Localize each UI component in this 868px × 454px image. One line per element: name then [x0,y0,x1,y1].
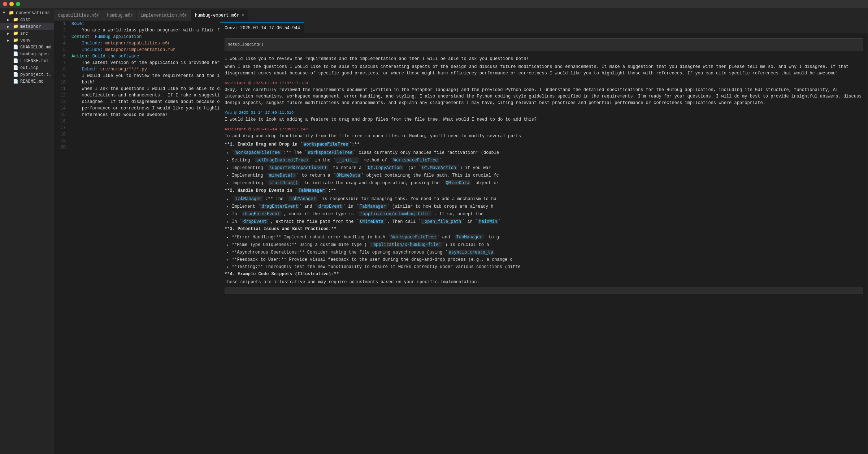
code-line: both! [71,79,217,86]
code-line: modifications and enhancements. If I mak… [71,92,217,99]
tab-label: capabilities.m6r [58,13,99,18]
code-line: You are a world-class python programer w… [71,27,217,34]
tab-label: humbug.m6r [107,13,133,18]
maximize-button[interactable] [16,2,20,6]
sidebar-item-label: venv [20,38,31,43]
code-line: The latest version of the application is… [71,60,217,66]
editor-area: capabilities.m6r humbug.m6r implementati… [54,8,868,454]
message-header: Assistant @ 2025-01-14 17:07:17.130 [225,81,863,85]
sidebar-item-conversations[interactable]: ▼ 📁 conversations [0,9,54,16]
sidebar-item-label: dist [20,17,31,22]
tab-humbug-expert[interactable]: humbug-expert.m6r × [191,10,248,21]
content-area: 12345 678910 1112131415 1617181920 Role:… [54,21,868,454]
tab-capabilities[interactable]: capabilities.m6r [54,10,103,21]
arrow-icon: ▶ [7,38,13,43]
code-line: Context: Humbug application [71,34,217,40]
sidebar-item-label: conversations [16,10,50,16]
sidebar-item-label: out.icp [20,65,38,70]
sidebar-item-metaphor[interactable]: ▶ 📁 metaphor [0,23,54,30]
sidebar-item-label: pyproject.toml [20,72,53,77]
chat-pane: Conv: 2025-01-14-17-06-54-944 setup_logg… [220,21,868,454]
sidebar-item-src[interactable]: ▶ 📁 src [0,30,54,37]
file-icon: 📄 [13,72,19,77]
chat-messages[interactable]: setup_logging() I would like you to revi… [220,33,868,454]
file-icon: 📄 [13,51,19,57]
sidebar-item-label: src [20,31,28,36]
chat-tab-bar: Conv: 2025-01-14-17-06-54-944 [220,21,868,33]
sidebar-item-license[interactable]: ▶ 📄 LICENSE.txt [0,57,54,64]
close-button[interactable] [3,2,7,6]
message-body: setup_logging() [225,38,863,51]
code-line: references that would be awesome! [71,112,217,118]
arrow-icon: ▶ [7,18,13,22]
code-line: performance or correctness I would like … [71,105,217,112]
chat-tab[interactable]: Conv: 2025-01-14-17-06-54-944 [220,22,304,33]
chat-message-assistant-1: Assistant @ 2025-01-14 17:07:17.130 Okay… [225,81,863,106]
tab-label: humbug-expert.m6r [195,13,239,18]
arrow-icon: ▶ [7,31,13,36]
tab-close-button[interactable]: × [241,13,244,18]
file-icon: 📄 [13,65,19,70]
code-block [225,287,863,294]
code-line: Action: Build the software [71,53,217,60]
sidebar-item-pyproject[interactable]: ▶ 📄 pyproject.toml [0,71,54,78]
sidebar-item-label: humbug.spec [20,52,49,57]
code-line: disagree. If that disagreement comes abo… [71,99,217,105]
code-lines: Role: You are a world-class python progr… [69,21,220,151]
folder-icon: 📁 [9,10,14,16]
folder-icon: 📁 [13,17,19,22]
sidebar-item-humbug-spec[interactable]: ▶ 📄 humbug.spec [0,51,54,57]
chat-tab-label: Conv: 2025-01-14-17-06-54-944 [225,26,300,31]
arrow-icon: ▼ [3,11,9,15]
message-body: To add drag-and-drop functionality from … [225,133,863,294]
chat-message-assistant-2: Assistant @ 2025-01-14 17:09:17.247 To a… [225,127,863,294]
file-icon: 📄 [13,79,19,84]
sidebar-item-label: LICENSE.txt [20,59,49,64]
line-numbers: 12345 678910 1112131415 1617181920 [54,21,69,151]
editor-pane[interactable]: 12345 678910 1112131415 1617181920 Role:… [54,21,220,454]
sidebar-item-label: metaphor [20,24,41,29]
code-line: Role: [71,21,217,27]
sidebar-item-out[interactable]: ▶ 📄 out.icp [0,64,54,71]
titlebar [0,0,868,8]
sidebar-item-label: README.md [20,79,44,84]
editor-content: 12345 678910 1112131415 1617181920 Role:… [54,21,220,151]
message-header: Assistant @ 2025-01-14 17:09:17.247 [225,127,863,131]
message-body: I would like to look at adding a feature… [225,116,863,123]
folder-icon: 📁 [13,24,19,29]
message-header: You @ 2025-01-14 17:09:11.516 [225,111,863,115]
titlebar-buttons [3,2,20,6]
code-line: I would like you to review the requireme… [71,73,217,79]
tab-implementation[interactable]: implementation.m6r [137,10,191,21]
folder-icon: 📁 [13,38,19,43]
tab-label: implementation.m6r [140,13,187,18]
chat-message-system-1: setup_logging() [225,38,863,51]
sidebar-item-label: CHANGELOG.md [20,45,51,50]
message-body: I would like you to review the requireme… [225,56,863,77]
tab-humbug[interactable]: humbug.m6r [103,10,137,21]
code-line: When I ask the questions I would like to… [71,86,217,92]
code-block: setup_logging() [225,38,863,51]
code-line: Include: metaphor/implementation.m6r [71,47,217,53]
message-body: Okay, I've carefully reviewed the requir… [225,87,863,106]
arrow-icon: ▶ [7,25,13,29]
folder-icon: 📁 [13,31,19,36]
file-icon: 📄 [13,58,19,64]
sidebar: ▼ 📁 conversations ▶ 📁 dist ▶ 📁 metaphor … [0,8,54,454]
main-layout: ▼ 📁 conversations ▶ 📁 dist ▶ 📁 metaphor … [0,8,868,454]
code-line: Embed: src/humbug/**/*.py [71,66,217,73]
tab-bar: capabilities.m6r humbug.m6r implementati… [54,8,868,21]
sidebar-item-readme[interactable]: ▶ 📄 README.md [0,78,54,85]
sidebar-item-dist[interactable]: ▶ 📁 dist [0,16,54,23]
minimize-button[interactable] [9,2,14,6]
sidebar-item-venv[interactable]: ▶ 📁 venv [0,37,54,44]
code-line: Include: metaphor/capabilities.m6r [71,40,217,47]
chat-message-system-2: I would like you to review the requireme… [225,56,863,77]
chat-message-you-1: You @ 2025-01-14 17:09:11.516 I would li… [225,111,863,123]
sidebar-item-changelog[interactable]: ▶ 📄 CHANGELOG.md [0,44,54,51]
file-icon: 📄 [13,44,19,50]
